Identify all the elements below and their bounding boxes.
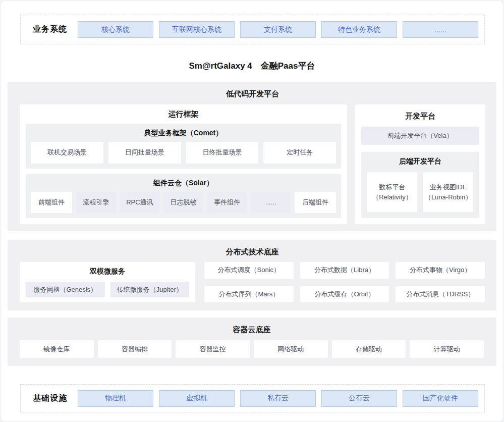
component-chip-process-engine: 流程引擎 [76,192,116,214]
solar-components-row: 前端组件 流程引擎 RPC通讯 日志脱敏 事件组件 ...... 后端组件 [31,192,336,214]
backend-dev-platform-panel: 后端开发平台 数标平台 （Relativity） 业务视图IDE （Luna-R… [361,152,479,218]
container-cloud-section: 容器云底座 镜像仓库 容器编排 容器监控 网络驱动 存储驱动 计算驱动 [8,318,496,366]
container-box-orchestration: 容器编排 [98,340,172,358]
infrastructure-pill-public-cloud: 公有云 [321,390,397,407]
container-cloud-title: 容器云底座 [20,324,484,335]
scenario-box-scheduled-task: 定时任务 [263,142,336,164]
solar-component-panel: 组件云仓（Solar） 前端组件 流程引擎 RPC通讯 日志脱敏 事件组件 ..… [26,174,341,219]
dual-mode-chips-row: 服务网格（Genesis） 传统微服务（Jupiter） [26,282,189,297]
tool-box-relativity: 数标平台 （Relativity） [367,172,417,212]
tool-box-luna-robin-name: 业务视图IDE [430,182,467,192]
infrastructure-pill-virtual-machine: 虚拟机 [159,390,235,407]
business-system-pill-core: 核心系统 [78,21,153,38]
infrastructure-label: 基础设施 [33,393,72,404]
container-box-storage-driver: 存储驱动 [332,340,406,358]
comet-framework-title: 典型业务框架（Comet） [31,128,336,138]
dev-platform-title: 开发平台 [361,111,479,122]
chip-service-mesh-genesis: 服务网格（Genesis） [26,282,105,297]
architecture-diagram-card: 业务系统 核心系统 互联网核心系统 支付系统 特色业务系统 ...... Sm@… [0,0,504,422]
low-code-platform-body: 运行框架 典型业务框架（Comet） 联机交易场景 日间批量场景 日终批量场景 … [20,104,485,224]
distributed-base-section: 分布式技术底座 双模微服务 服务网格（Genesis） 传统微服务（Jupite… [8,240,496,310]
component-box-frontend: 前端组件 [31,192,72,214]
dev-platform-panel: 开发平台 前端开发平台（Vela） 后端开发平台 数标平台 （Relativit… [355,104,485,224]
container-box-compute-driver: 计算驱动 [410,340,484,358]
distributed-services-grid: 分布式调度（Sonic） 分布式数据（Libra） 分布式事物（Virgo） 分… [204,262,485,302]
container-box-network-driver: 网络驱动 [254,340,328,358]
component-chip-more: ...... [251,192,291,214]
component-chip-event: 事件组件 [207,192,247,214]
frontend-dev-platform-chip: 前端开发平台（Vela） [361,127,479,145]
tool-box-relativity-code: （Relativity） [372,192,412,202]
dual-mode-microservice-title: 双模微服务 [26,266,189,276]
container-cloud-row: 镜像仓库 容器编排 容器监控 网络驱动 存储驱动 计算驱动 [20,340,484,358]
service-box-message-tdrss: 分布式消息（TDRSS） [396,286,485,303]
low-code-platform-title: 低代码开发平台 [20,88,485,99]
service-box-data-libra: 分布式数据（Libra） [300,262,389,279]
component-chip-log-masking: 日志脱敏 [163,192,203,214]
service-box-transaction-virgo: 分布式事物（Virgo） [396,262,485,279]
service-box-sequence-mars: 分布式序列（Mars） [204,286,294,303]
business-system-pill-internet-core: 互联网核心系统 [159,21,235,38]
container-box-image-registry: 镜像仓库 [20,340,94,358]
runtime-framework-title: 运行框架 [26,109,341,120]
scenario-box-online-trade: 联机交易场景 [31,142,103,164]
infrastructure-pill-physical-machine: 物理机 [78,390,153,407]
dual-mode-microservice-panel: 双模微服务 服务网格（Genesis） 传统微服务（Jupiter） [20,262,195,302]
infrastructure-pill-private-cloud: 私有云 [240,390,316,407]
business-system-pill-payment: 支付系统 [240,21,316,38]
service-box-cache-orbit: 分布式缓存（Orbit） [300,286,389,303]
low-code-platform-section: 低代码开发平台 运行框架 典型业务框架（Comet） 联机交易场景 日间批量场景… [8,82,496,231]
chip-traditional-microservice-jupiter: 传统微服务（Jupiter） [110,282,190,297]
component-box-backend: 后端组件 [295,192,336,214]
infrastructure-pill-domestic-hardware: 国产化硬件 [403,390,478,407]
solar-component-title: 组件云仓（Solar） [31,178,336,188]
infrastructure-row: 基础设施 物理机 虚拟机 私有云 公有云 国产化硬件 [20,384,485,412]
component-chip-rpc: RPC通讯 [120,192,160,214]
business-systems-row: 业务系统 核心系统 互联网核心系统 支付系统 特色业务系统 ...... [20,15,485,44]
backend-dev-tools-row: 数标平台 （Relativity） 业务视图IDE （Luna-Robin） [367,172,473,212]
business-system-pill-more: ...... [403,21,478,38]
comet-framework-panel: 典型业务框架（Comet） 联机交易场景 日间批量场景 日终批量场景 定时任务 [26,124,341,169]
distributed-base-title: 分布式技术底座 [20,246,485,257]
tool-box-luna-robin: 业务视图IDE （Luna-Robin） [423,172,473,212]
scenario-box-eod-batch: 日终批量场景 [186,142,259,164]
backend-dev-platform-title: 后端开发平台 [367,156,473,166]
comet-scenarios-row: 联机交易场景 日间批量场景 日终批量场景 定时任务 [31,142,336,164]
distributed-base-body: 双模微服务 服务网格（Genesis） 传统微服务（Jupiter） 分布式调度… [20,262,485,302]
tool-box-relativity-name: 数标平台 [379,182,406,192]
business-systems-label: 业务系统 [33,24,72,35]
business-system-pill-special: 特色业务系统 [321,21,397,38]
tool-box-luna-robin-code: （Luna-Robin） [425,192,472,202]
service-box-scheduling-sonic: 分布式调度（Sonic） [204,262,294,279]
runtime-framework-panel: 运行框架 典型业务框架（Comet） 联机交易场景 日间批量场景 日终批量场景 … [20,104,347,224]
scenario-box-intraday-batch: 日间批量场景 [108,142,181,164]
container-box-monitoring: 容器监控 [176,340,250,358]
page-title: Sm@rtGalaxy 4 金融Paas平台 [1,57,503,75]
